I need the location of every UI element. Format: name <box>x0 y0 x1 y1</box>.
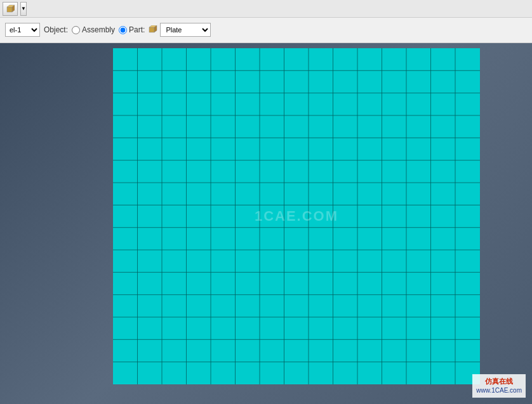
part-icon <box>149 25 157 34</box>
assembly-label-text: Assembly <box>82 25 115 34</box>
part-select[interactable]: Plate <box>160 23 211 37</box>
assembly-radio-label[interactable]: Assembly <box>72 25 115 34</box>
mesh-svg <box>113 48 480 384</box>
svg-rect-0 <box>7 7 12 12</box>
cube-dropdown-arrow[interactable]: ▼ <box>20 2 27 16</box>
watermark-url: www.1CAE.com <box>476 386 522 395</box>
part-radio-label[interactable]: Part: <box>119 25 145 34</box>
mesh-container: 1CAE.COM <box>113 48 480 384</box>
toolbar: ▼ el-1 Object: Assembly Part: <box>0 0 532 43</box>
viewport: 1CAE.COM 仿真在线 www.1CAE.com <box>0 43 532 404</box>
level-select[interactable]: el-1 <box>5 23 40 37</box>
part-select-group: Plate <box>149 23 211 37</box>
watermark-bottom: 仿真在线 www.1CAE.com <box>472 374 526 398</box>
toolbar-bottom-row: el-1 Object: Assembly Part: Plate <box>0 18 532 42</box>
object-label: Object: <box>44 25 68 34</box>
arrow-icon: ▼ <box>21 6 26 11</box>
assembly-radio-group: Assembly <box>72 25 115 34</box>
assembly-radio[interactable] <box>72 26 80 34</box>
part-radio[interactable] <box>119 26 127 34</box>
toolbar-top-row: ▼ <box>0 0 532 18</box>
part-radio-group: Part: <box>119 25 145 34</box>
cube-icon <box>6 4 15 13</box>
mesh-grid: 1CAE.COM <box>113 48 480 384</box>
svg-rect-3 <box>149 27 154 32</box>
part-label-text: Part: <box>129 25 145 34</box>
cube-icon-button[interactable] <box>3 2 18 16</box>
watermark-chinese: 仿真在线 <box>476 377 522 386</box>
